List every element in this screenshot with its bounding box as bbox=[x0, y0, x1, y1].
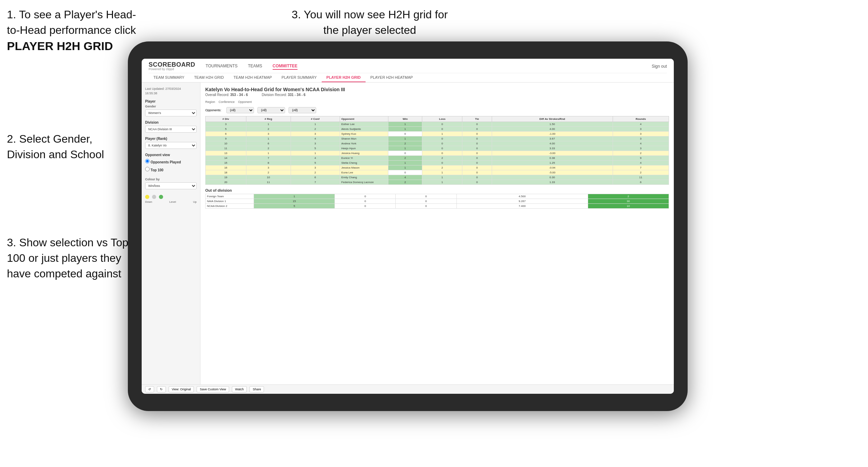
tablet-device: SCOREBOARD Powered by clippd TOURNAMENTS… bbox=[128, 41, 688, 411]
colour-by-select[interactable]: Win/loss bbox=[145, 182, 197, 189]
sub-nav-team-h2h-grid[interactable]: TEAM H2H GRID bbox=[189, 73, 229, 82]
watch-button[interactable]: Watch bbox=[232, 386, 247, 392]
grid-title: Katelyn Vo Head-to-Head Grid for Women's… bbox=[205, 87, 669, 92]
sidebar-colour-section: Colour by Win/loss bbox=[145, 178, 197, 189]
out-of-division-table: Foreign Team 1 0 0 4.500 2 NAIA Division… bbox=[205, 194, 669, 209]
instruction-step3-right: 3. You will now see H2H grid for the pla… bbox=[283, 7, 456, 38]
opponent-filter-select[interactable]: (All) bbox=[289, 107, 316, 113]
gender-select[interactable]: Women's bbox=[145, 109, 197, 116]
instruction-step1: 1. To see a Player's Head-to-Head perfor… bbox=[7, 7, 138, 54]
col-header-div: # Div bbox=[206, 116, 246, 122]
toolbar: ↺ ↻ View: Original Save Custom View Watc… bbox=[142, 384, 674, 394]
share-button[interactable]: Share bbox=[249, 386, 264, 392]
division-select[interactable]: NCAA Division III bbox=[145, 126, 197, 133]
table-row: 18 2 2 Euna Lee 0 1 0 -5.00 2 bbox=[206, 170, 669, 175]
table-row: NCAA Division 2 5 0 0 7.400 10 bbox=[206, 204, 669, 209]
logo: SCOREBOARD Powered by clippd bbox=[149, 61, 195, 71]
sign-out-link[interactable]: Sign out bbox=[652, 64, 667, 69]
sidebar: Last Updated: 27/03/2024 16:55:38 Player… bbox=[142, 83, 200, 384]
nav-right: Sign out bbox=[652, 64, 667, 69]
table-row: 5 2 2 Alexis Sudjianto 1 0 0 4.00 3 bbox=[206, 127, 669, 132]
sub-nav-team-summary[interactable]: TEAM SUMMARY bbox=[149, 73, 189, 82]
col-header-win: Win bbox=[388, 116, 422, 122]
legend-dot-down bbox=[145, 195, 149, 199]
filter-opponent-group: Opponent bbox=[238, 100, 252, 104]
table-row: 20 11 7 Federica Domecq Lacroze 2 1 0 1.… bbox=[206, 180, 669, 185]
radio-group: Opponents Played Top 100 bbox=[145, 159, 197, 173]
sub-nav-team-h2h-heatmap[interactable]: TEAM H2H HEATMAP bbox=[229, 73, 277, 82]
tablet-screen: SCOREBOARD Powered by clippd TOURNAMENTS… bbox=[142, 59, 674, 394]
table-row: 9 1 4 Sharon Mun 1 0 0 3.67 3 bbox=[206, 136, 669, 141]
nav-links: TOURNAMENTS TEAMS COMMITTEE bbox=[206, 63, 298, 70]
redo-button[interactable]: ↻ bbox=[157, 386, 166, 392]
sidebar-timestamp: Last Updated: 27/03/2024 16:55:38 bbox=[145, 87, 197, 95]
sidebar-division-section: Division NCAA Division III bbox=[145, 121, 197, 133]
table-row: 6 3 3 Sydney Kuo 0 1 0 -1.00 3 bbox=[206, 132, 669, 136]
col-header-conf: # Conf bbox=[291, 116, 340, 122]
sub-nav-player-h2h-grid[interactable]: PLAYER H2H GRID bbox=[322, 73, 366, 82]
radio-opponents-played[interactable]: Opponents Played bbox=[145, 159, 197, 164]
legend-dot-level bbox=[152, 195, 156, 199]
grid-area: Katelyn Vo Head-to-Head Grid for Women's… bbox=[200, 83, 674, 384]
view-original-button[interactable]: View: Original bbox=[169, 386, 194, 392]
sub-nav-player-h2h-heatmap[interactable]: PLAYER H2H HEATMAP bbox=[366, 73, 418, 82]
legend-dot-up bbox=[159, 195, 163, 199]
filter-selects-row: Opponents: (All) (All) (All) bbox=[205, 107, 669, 113]
table-row: 19 10 6 Emily Chang 4 1 0 0.30 11 bbox=[206, 175, 669, 180]
filter-conference-group: Conference bbox=[219, 100, 235, 104]
col-header-tie: Tie bbox=[462, 116, 492, 122]
table-row: 15 8 5 Stella Cheng 1 0 0 1.25 4 bbox=[206, 161, 669, 165]
main-content: Last Updated: 27/03/2024 16:55:38 Player… bbox=[142, 83, 674, 384]
filter-row: Region Conference Opponent bbox=[205, 100, 669, 104]
col-header-reg: # Reg bbox=[246, 116, 291, 122]
table-row: NAIA Division 1 15 0 0 9.267 30 bbox=[206, 199, 669, 204]
col-header-loss: Loss bbox=[422, 116, 462, 122]
table-row: Foreign Team 1 0 0 4.500 2 bbox=[206, 194, 669, 199]
table-row: 16 3 3 Jessica Mason 1 2 0 -0.94 7 bbox=[206, 165, 669, 170]
table-row: 11 2 5 Heejo Hyun 1 0 0 3.33 3 bbox=[206, 146, 669, 151]
table-row: 13 1 1 Jessica Huang 0 0 0 -3.00 2 bbox=[206, 151, 669, 156]
region-filter-select[interactable]: (All) bbox=[226, 107, 254, 113]
col-header-opponent: Opponent bbox=[340, 116, 388, 122]
sidebar-player-section: Player Gender Women's bbox=[145, 99, 197, 116]
col-header-diff: Diff Av Strokes/Rnd bbox=[492, 116, 613, 122]
nav-teams[interactable]: TEAMS bbox=[248, 63, 262, 70]
instruction-step2: 2. Select Gender, Division and School bbox=[7, 131, 124, 162]
nav-committee[interactable]: COMMITTEE bbox=[273, 63, 298, 70]
grid-records: Overall Record: 353 - 34 - 6 Division Re… bbox=[205, 93, 669, 97]
instruction-step3-left: 3. Show selection vs Top 100 or just pla… bbox=[7, 235, 131, 281]
sidebar-player-rank-section: Player (Rank) 8. Katelyn Vo bbox=[145, 137, 197, 149]
filter-region-group: Region bbox=[205, 100, 215, 104]
save-custom-view-button[interactable]: Save Custom View bbox=[197, 386, 229, 392]
conference-filter-select[interactable]: (All) bbox=[257, 107, 285, 113]
data-table: # Div # Reg # Conf Opponent Win Loss Tie… bbox=[205, 116, 669, 185]
col-header-rounds: Rounds bbox=[613, 116, 669, 122]
player-rank-select[interactable]: 8. Katelyn Vo bbox=[145, 142, 197, 149]
sub-nav-player-summary[interactable]: PLAYER SUMMARY bbox=[277, 73, 322, 82]
nav-tournaments[interactable]: TOURNAMENTS bbox=[206, 63, 237, 70]
nav-bar: SCOREBOARD Powered by clippd TOURNAMENTS… bbox=[142, 59, 674, 83]
table-row: 10 6 3 Andrea York 2 0 0 4.00 4 bbox=[206, 141, 669, 146]
table-row: 3 1 1 Esther Lee 1 0 0 1.50 4 bbox=[206, 122, 669, 127]
radio-top100[interactable]: Top 100 bbox=[145, 167, 197, 172]
sidebar-opponent-view-section: Opponent view Opponents Played Top 100 bbox=[145, 153, 197, 173]
table-row: 14 7 4 Eunice Yi 2 2 0 0.38 9 bbox=[206, 156, 669, 161]
out-of-division-header: Out of division bbox=[205, 188, 669, 192]
undo-button[interactable]: ↺ bbox=[145, 386, 154, 392]
sub-nav: TEAM SUMMARY TEAM H2H GRID TEAM H2H HEAT… bbox=[149, 73, 667, 82]
color-legend: Down Level Up bbox=[145, 195, 197, 203]
